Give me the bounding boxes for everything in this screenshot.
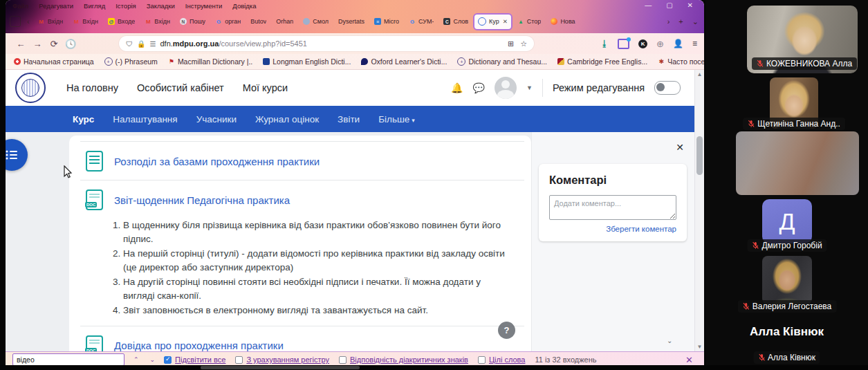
- save-comment-link[interactable]: Зберегти коментар: [549, 225, 676, 233]
- lock-icon[interactable]: 🔒: [137, 40, 145, 48]
- firefox-view-icon[interactable]: [10, 16, 21, 27]
- shield-icon[interactable]: 🛡: [126, 40, 133, 48]
- menu-item[interactable]: Закладки: [147, 2, 175, 10]
- browser-tab[interactable]: СУМ-: [405, 14, 438, 30]
- header-nav-link[interactable]: На головну: [66, 82, 118, 93]
- browser-tab[interactable]: Orhan: [272, 14, 297, 30]
- browser-tab[interactable]: орган: [211, 14, 245, 30]
- minimize-icon[interactable]: —: [645, 1, 652, 10]
- maximize-icon[interactable]: ▢: [666, 1, 672, 10]
- find-input[interactable]: [12, 353, 124, 365]
- course-tab-налаштування[interactable]: Налаштування: [113, 114, 177, 124]
- browser-tab[interactable]: Нова: [546, 14, 579, 30]
- hamburger-menu-icon[interactable]: ≡: [692, 39, 697, 48]
- downloads-icon[interactable]: ⭳: [600, 39, 609, 48]
- new-tab-icon[interactable]: +: [678, 17, 683, 26]
- site-logo[interactable]: [15, 73, 46, 103]
- menu-item[interactable]: Вигляд: [84, 2, 105, 10]
- find-option[interactable]: Підсвітити все: [164, 355, 225, 364]
- checkbox-unchecked-icon[interactable]: [478, 356, 486, 364]
- browser-tab[interactable]: Входе: [104, 14, 139, 30]
- find-previous-icon[interactable]: ⌃: [131, 356, 141, 363]
- close-panel-icon[interactable]: ✕: [676, 142, 684, 153]
- window-controls: — ▢ ✕: [645, 1, 693, 10]
- browser-tab[interactable]: Смол: [299, 14, 333, 30]
- header-nav-link[interactable]: Особистий кабінет: [137, 82, 224, 93]
- extension-icon[interactable]: [618, 39, 629, 49]
- browser-tab[interactable]: Вхідн: [34, 14, 68, 30]
- menu-item[interactable]: Редагувати: [39, 2, 73, 10]
- browser-tab[interactable]: Вхідн: [68, 14, 102, 30]
- scroll-down-chevron-icon[interactable]: ⌄: [667, 337, 672, 344]
- reload-icon[interactable]: ⟳: [46, 39, 62, 49]
- activity-link[interactable]: Звіт-щоденник Педагогічна практика: [114, 194, 290, 206]
- page-resource-icon: [86, 151, 103, 172]
- course-index-drawer-button[interactable]: [6, 139, 28, 171]
- tab-close-icon[interactable]: ✕: [503, 18, 508, 25]
- menu-item[interactable]: Довідка: [232, 2, 256, 10]
- bookmark-item[interactable]: Dictionary and Thesau...: [457, 57, 547, 66]
- scrollbar-thumb[interactable]: [696, 136, 703, 175]
- forward-icon[interactable]: →: [29, 39, 46, 49]
- back-icon[interactable]: ←: [12, 39, 29, 49]
- course-tab-курс[interactable]: Курс: [73, 114, 94, 124]
- browser-tab[interactable]: Micro: [370, 14, 403, 30]
- menu-item[interactable]: Файл: [12, 2, 28, 10]
- header-nav-link[interactable]: Мої курси: [243, 82, 288, 93]
- scroll-up-arrow-icon[interactable]: ▲: [695, 71, 704, 77]
- course-tab-учасники[interactable]: Учасники: [196, 114, 237, 124]
- notifications-bell-icon[interactable]: 🔔: [451, 82, 463, 93]
- comment-input[interactable]: [549, 195, 676, 220]
- scroll-tabs-right-icon[interactable]: ›: [667, 17, 670, 26]
- browser-tab[interactable]: Пошу: [176, 14, 210, 30]
- moodle-header: На головнуОсобистий кабінетМої курси 🔔 💬…: [6, 70, 704, 106]
- bookmark-item[interactable]: Longman English Dicti...: [263, 57, 351, 66]
- close-icon[interactable]: ✕: [687, 1, 693, 10]
- course-tab-журнал оцінок[interactable]: Журнал оцінок: [255, 114, 319, 124]
- bookmark-item[interactable]: Cambridge Free Englis...: [557, 57, 647, 66]
- find-option[interactable]: Цілі слова: [478, 355, 526, 364]
- menu-item[interactable]: Інструменти: [185, 2, 223, 10]
- bookmark-star-icon[interactable]: ☆: [520, 39, 527, 48]
- find-next-icon[interactable]: ⌄: [148, 356, 158, 363]
- checkbox-checked-icon[interactable]: [164, 356, 172, 364]
- checkbox-unchecked-icon[interactable]: [339, 356, 347, 364]
- edit-mode-toggle[interactable]: [654, 81, 681, 95]
- browser-tab[interactable]: Вхідн: [140, 14, 174, 30]
- bookmark-item[interactable]: Macmillan Dictionary |..: [168, 57, 252, 66]
- browser-tab[interactable]: Стор: [513, 14, 546, 30]
- help-button[interactable]: ?: [498, 322, 515, 339]
- bookmark-item[interactable]: Начальная страница: [14, 57, 94, 66]
- activity-link[interactable]: Розподіл за базами проходження практики: [114, 156, 320, 167]
- bookmark-item[interactable]: (-) Phraseum: [104, 57, 158, 66]
- scroll-tabs-left-icon[interactable]: ‹: [24, 17, 33, 26]
- scroll-down-arrow-icon[interactable]: ▼: [695, 344, 704, 350]
- page-scrollbar[interactable]: ▲ ▼: [694, 70, 704, 351]
- browser-tab[interactable]: Кур✕: [474, 14, 512, 30]
- checkbox-unchecked-icon[interactable]: [235, 356, 243, 364]
- participant-tile: Алла КівнюкАлла Ківнюк: [705, 325, 868, 367]
- messages-icon[interactable]: 💬: [473, 82, 485, 93]
- account-icon[interactable]: 👤: [673, 39, 683, 48]
- permissions-icon[interactable]: ☰: [149, 40, 156, 48]
- activity-link[interactable]: Довідка про проходження практики: [114, 340, 284, 351]
- find-close-icon[interactable]: ✕: [685, 355, 697, 365]
- user-menu-chevron-icon[interactable]: ▼: [526, 84, 533, 91]
- user-avatar[interactable]: [495, 77, 517, 99]
- course-tab-звіти[interactable]: Звіти: [338, 114, 360, 124]
- list-tabs-icon[interactable]: ⌄: [692, 17, 699, 26]
- browser-tab[interactable]: Butov: [246, 14, 270, 30]
- browser-tab[interactable]: Слов: [439, 14, 472, 30]
- course-tab-більше[interactable]: Більше▾: [378, 114, 415, 124]
- url-bar[interactable]: 🛡 🔒 ☰ dfn.mdpu.org.ua/course/view.php?id…: [119, 36, 534, 51]
- screenshot-icon[interactable]: ⊞: [508, 39, 514, 48]
- menu-item[interactable]: Історія: [116, 2, 136, 10]
- history-icon[interactable]: 🕓: [62, 39, 79, 49]
- find-option[interactable]: З урахуванням регістру: [235, 355, 329, 364]
- find-option[interactable]: Відповідність діакритичних знаків: [339, 355, 468, 364]
- browser-tab[interactable]: Dysertats: [334, 14, 369, 30]
- k-extension-icon[interactable]: K: [638, 39, 647, 48]
- bookmark-item[interactable]: Oxford Learner's Dicti...: [361, 57, 447, 66]
- translate-globe-icon[interactable]: ⊕: [656, 39, 664, 49]
- bookmark-item[interactable]: Часто посещаемые: [658, 57, 704, 66]
